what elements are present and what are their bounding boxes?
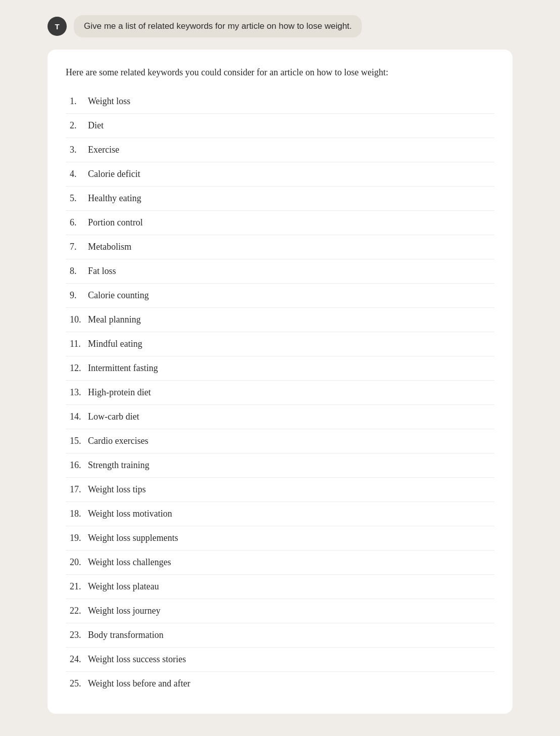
list-item: 16. Strength training — [66, 453, 494, 478]
item-number: 6. — [70, 216, 88, 229]
list-item: 5. Healthy eating — [66, 187, 494, 211]
item-text: Strength training — [88, 460, 149, 470]
list-item: 15. Cardio exercises — [66, 429, 494, 453]
avatar: T — [48, 17, 67, 36]
user-message: T Give me a list of related keywords for… — [48, 15, 512, 37]
item-text: Diet — [88, 120, 104, 130]
list-item: 13. High-protein diet — [66, 381, 494, 405]
list-item: 4. Calorie deficit — [66, 162, 494, 187]
item-number: 2. — [70, 119, 88, 132]
item-number: 5. — [70, 192, 88, 205]
item-number: 18. — [70, 507, 88, 521]
item-text: Weight loss before and after — [88, 678, 190, 688]
item-number: 15. — [70, 434, 88, 448]
item-number: 7. — [70, 240, 88, 254]
item-number: 12. — [70, 361, 88, 375]
item-text: Metabolism — [88, 242, 131, 252]
chat-container: T Give me a list of related keywords for… — [37, 10, 523, 719]
item-text: Weight loss motivation — [88, 509, 172, 519]
list-item: 11. Mindful eating — [66, 332, 494, 356]
item-text: Calorie counting — [88, 290, 149, 300]
item-number: 4. — [70, 167, 88, 181]
item-text: Body transformation — [88, 630, 163, 640]
item-text: Mindful eating — [88, 339, 142, 349]
item-number: 13. — [70, 386, 88, 399]
item-text: Weight loss supplements — [88, 533, 178, 543]
list-item: 23. Body transformation — [66, 623, 494, 648]
item-number: 9. — [70, 289, 88, 302]
item-text: Calorie deficit — [88, 169, 140, 179]
item-text: Weight loss plateau — [88, 581, 159, 591]
list-item: 25. Weight loss before and after — [66, 672, 494, 696]
item-number: 16. — [70, 458, 88, 472]
response-card: Here are some related keywords you could… — [48, 50, 512, 714]
list-item: 20. Weight loss challenges — [66, 550, 494, 575]
list-item: 22. Weight loss journey — [66, 599, 494, 623]
item-text: Weight loss journey — [88, 606, 161, 616]
item-text: Weight loss — [88, 96, 130, 106]
list-item: 14. Low-carb diet — [66, 405, 494, 429]
list-item: 2. Diet — [66, 114, 494, 138]
list-item: 18. Weight loss motivation — [66, 502, 494, 526]
item-number: 20. — [70, 556, 88, 569]
list-item: 10. Meal planning — [66, 308, 494, 332]
item-number: 25. — [70, 677, 88, 691]
item-text: High-protein diet — [88, 387, 151, 397]
item-text: Weight loss challenges — [88, 557, 171, 567]
item-number: 11. — [70, 337, 88, 351]
item-number: 17. — [70, 483, 88, 496]
item-number: 14. — [70, 410, 88, 424]
item-text: Exercise — [88, 145, 119, 155]
item-number: 23. — [70, 628, 88, 642]
list-item: 6. Portion control — [66, 211, 494, 235]
item-text: Weight loss tips — [88, 484, 146, 494]
list-item: 19. Weight loss supplements — [66, 526, 494, 550]
list-item: 12. Intermittent fasting — [66, 356, 494, 381]
item-number: 24. — [70, 653, 88, 666]
list-item: 17. Weight loss tips — [66, 478, 494, 502]
item-text: Healthy eating — [88, 193, 141, 203]
item-number: 19. — [70, 531, 88, 545]
item-number: 10. — [70, 313, 88, 327]
item-text: Portion control — [88, 217, 143, 227]
list-item: 1. Weight loss — [66, 89, 494, 114]
item-text: Low-carb diet — [88, 411, 139, 422]
item-text: Cardio exercises — [88, 436, 148, 446]
item-text: Fat loss — [88, 266, 116, 276]
list-item: 9. Calorie counting — [66, 284, 494, 308]
item-text: Weight loss success stories — [88, 654, 186, 664]
list-item: 7. Metabolism — [66, 235, 494, 259]
list-item: 3. Exercise — [66, 138, 494, 162]
item-number: 8. — [70, 264, 88, 278]
item-text: Intermittent fasting — [88, 363, 158, 373]
response-intro: Here are some related keywords you could… — [66, 66, 494, 79]
list-item: 8. Fat loss — [66, 259, 494, 284]
user-bubble: Give me a list of related keywords for m… — [74, 15, 362, 37]
list-item: 24. Weight loss success stories — [66, 648, 494, 672]
item-number: 3. — [70, 143, 88, 157]
keyword-list: 1. Weight loss2. Diet3. Exercise4. Calor… — [66, 89, 494, 696]
list-item: 21. Weight loss plateau — [66, 575, 494, 599]
item-number: 1. — [70, 95, 88, 108]
item-number: 22. — [70, 604, 88, 618]
item-text: Meal planning — [88, 314, 141, 325]
item-number: 21. — [70, 580, 88, 593]
